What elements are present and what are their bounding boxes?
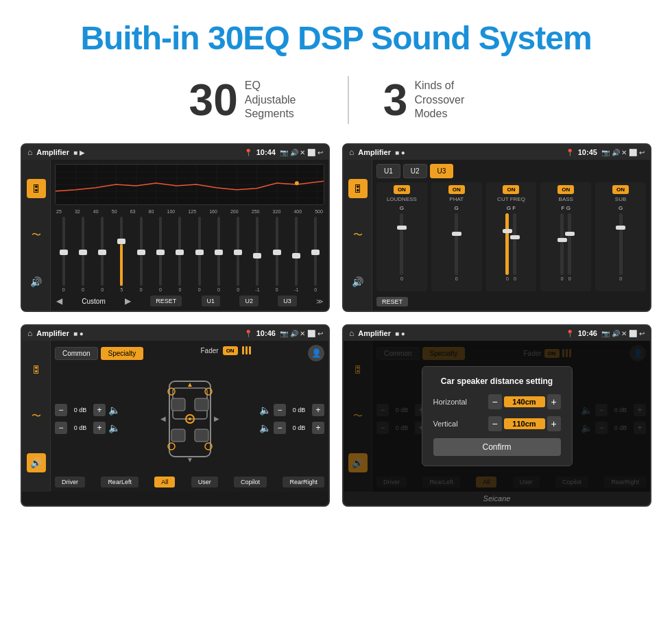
sub-slider[interactable]: 0	[619, 213, 623, 289]
crossover-sidebar-wave[interactable]: 〜	[348, 226, 368, 245]
eq-slider-track-1[interactable]	[62, 217, 65, 286]
eq-slider-track-5[interactable]	[140, 217, 143, 286]
vertical-plus-button[interactable]: +	[547, 416, 561, 431]
eq-slider-track-4[interactable]	[120, 217, 123, 286]
eq-slider-track-8[interactable]	[198, 217, 201, 286]
eq-slider-track-7[interactable]	[178, 217, 181, 286]
distance-home-icon[interactable]: ⌂	[349, 328, 354, 338]
eq-slider-14[interactable]: 0	[307, 217, 324, 292]
speaker-home-icon[interactable]: ⌂	[27, 328, 32, 338]
crossover-sidebar-vol[interactable]: 🔊	[348, 272, 368, 291]
eq-slider-2[interactable]: 0	[74, 217, 91, 292]
cutfreq-slider-f[interactable]: 0	[513, 213, 516, 289]
svg-point-2	[295, 181, 299, 185]
eq-slider-8[interactable]: 0	[191, 217, 208, 292]
eq-slider-track-6[interactable]	[159, 217, 162, 286]
crossover-sidebar-eq[interactable]: 🎛	[348, 179, 368, 198]
cutfreq-toggle[interactable]: ON	[503, 185, 519, 194]
crossover-u1-button[interactable]: U1	[376, 164, 400, 178]
eq-slider-12[interactable]: 0	[268, 217, 285, 292]
speaker-common-button[interactable]: Common	[55, 347, 98, 360]
front-left-minus-button[interactable]: −	[55, 404, 67, 416]
eq-slider-track-2[interactable]	[82, 217, 84, 286]
crossover-home-icon[interactable]: ⌂	[349, 147, 354, 157]
distance-content: 🎛 〜 🔊 Common Specialty Fader ON	[344, 341, 650, 492]
loudness-toggle[interactable]: ON	[394, 185, 410, 194]
eq-slider-4[interactable]: 5	[113, 217, 130, 292]
home-icon[interactable]: ⌂	[27, 147, 32, 157]
bass-toggle[interactable]: ON	[557, 185, 574, 194]
eq-slider-11[interactable]: -1	[249, 217, 266, 292]
eq-more-button[interactable]: ≫	[316, 298, 323, 305]
front-right-plus-button[interactable]: +	[312, 404, 324, 416]
crossover-u2-button[interactable]: U2	[403, 164, 427, 178]
user-button[interactable]: User	[191, 477, 218, 487]
eq-slider-7[interactable]: 0	[171, 217, 189, 292]
eq-slider-3[interactable]: 0	[94, 217, 111, 292]
eq-slider-6[interactable]: 0	[152, 217, 169, 292]
dialog-vertical-label: Vertical	[433, 420, 475, 428]
phat-slider[interactable]: 0	[455, 213, 458, 289]
front-left-plus-button[interactable]: +	[93, 404, 106, 416]
eq-slider-track-13[interactable]	[295, 217, 298, 286]
eq-sidebar-wave[interactable]: 〜	[27, 226, 46, 245]
eq-reset-button[interactable]: RESET	[150, 296, 182, 306]
loudness-slider[interactable]: 0	[400, 213, 403, 289]
bass-slider-f[interactable]: 0	[560, 213, 564, 289]
speaker-avatar-button[interactable]: 👤	[308, 345, 324, 361]
eq-location-icon: 📍	[244, 149, 252, 156]
eq-sidebar-vol[interactable]: 🔊	[27, 272, 46, 291]
eq-sidebar-eq[interactable]: 🎛	[27, 179, 46, 198]
rear-left-plus-button[interactable]: +	[93, 422, 106, 434]
distance-dialog: Car speaker distance setting Horizontal …	[422, 366, 573, 466]
confirm-button[interactable]: Confirm	[433, 438, 561, 456]
horizontal-minus-button[interactable]: −	[488, 394, 502, 409]
eq-slider-track-10[interactable]	[237, 217, 239, 286]
crossover-u3-button[interactable]: U3	[430, 164, 454, 178]
eq-slider-track-9[interactable]	[217, 217, 220, 286]
phat-toggle[interactable]: ON	[448, 185, 465, 194]
eq-u1-button[interactable]: U1	[202, 296, 221, 306]
eq-slider-track-3[interactable]	[101, 217, 104, 286]
speaker-sidebar-eq[interactable]: 🎛	[27, 360, 46, 379]
driver-button[interactable]: Driver	[55, 477, 85, 487]
front-right-minus-button[interactable]: −	[274, 404, 286, 416]
eq-slider-5[interactable]: 0	[132, 217, 149, 292]
crossover-reset-button[interactable]: RESET	[376, 297, 408, 306]
eq-slider-track-11[interactable]	[256, 217, 259, 286]
sub-toggle[interactable]: ON	[612, 185, 629, 194]
speaker-specialty-button[interactable]: Specialty	[101, 347, 144, 360]
eq-content: 🎛 〜 🔊	[22, 160, 328, 311]
all-button[interactable]: All	[154, 477, 175, 487]
speaker-sidebar-vol[interactable]: 🔊	[27, 453, 46, 472]
vertical-minus-button[interactable]: −	[488, 416, 502, 431]
eq-slider-track-12[interactable]	[276, 217, 278, 286]
rear-left-minus-button[interactable]: −	[55, 422, 67, 434]
rearleft-button[interactable]: RearLeft	[101, 477, 139, 487]
fader-bars	[242, 346, 251, 354]
speaker-sidebar-wave[interactable]: 〜	[27, 407, 46, 426]
speaker-main-area: Common Specialty Fader ON 👤	[51, 341, 328, 492]
eq-u2-button[interactable]: U2	[239, 296, 259, 306]
channel-sub: ON SUB G 0	[595, 182, 646, 291]
rear-left-volume: − 0 dB + 🔈	[55, 422, 120, 434]
rearright-button[interactable]: RearRight	[283, 477, 324, 487]
eq-slider-1[interactable]: 0	[55, 217, 72, 292]
eq-slider-9[interactable]: 0	[210, 217, 227, 292]
eq-prev-button[interactable]: ◀	[56, 296, 62, 306]
horizontal-plus-button[interactable]: +	[547, 394, 561, 409]
dialog-horizontal-row: Horizontal − 140cm +	[433, 394, 561, 409]
eq-next-button[interactable]: ▶	[125, 296, 131, 306]
bass-g: F G	[562, 205, 571, 211]
eq-slider-track-14[interactable]	[314, 217, 317, 286]
eq-slider-10[interactable]: 0	[230, 217, 247, 292]
front-right-db: 0 dB	[289, 407, 309, 413]
copilot-button[interactable]: Copilot	[234, 477, 267, 487]
rear-right-plus-button[interactable]: +	[312, 422, 324, 434]
fader-toggle[interactable]: ON	[223, 346, 238, 355]
bass-slider-g[interactable]: 0	[568, 213, 571, 289]
rear-right-minus-button[interactable]: −	[274, 422, 286, 434]
eq-u3-button[interactable]: U3	[278, 296, 297, 306]
cutfreq-slider-g[interactable]: 0	[505, 213, 509, 289]
eq-slider-13[interactable]: -1	[287, 217, 304, 292]
